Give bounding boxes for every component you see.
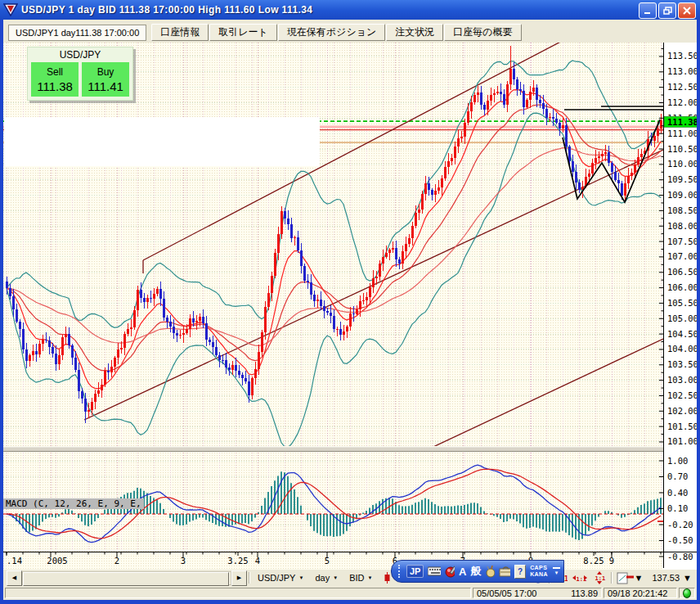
- title-bar[interactable]: USD/JPY 1 day BID 111.38 17:00:00 High 1…: [0, 0, 700, 20]
- ime-conversion-mode[interactable]: 般: [470, 564, 481, 579]
- cursor-readout-cell: 05/05/05 17:00 113.89: [473, 588, 602, 598]
- ime-language-button[interactable]: JP: [406, 565, 424, 578]
- svg-text:1:1: 1:1: [576, 576, 586, 583]
- tab-2[interactable]: 現在保有ポジション: [278, 24, 385, 41]
- sell-button[interactable]: Sell 111.38: [31, 62, 79, 97]
- cursor-datetime: 05/05/05 17:00: [477, 588, 536, 598]
- scroll-left-button[interactable]: ◀: [7, 570, 22, 586]
- svg-text:5: 5: [325, 556, 330, 566]
- symbol-dropdown[interactable]: USD/JPY ▼: [252, 573, 309, 583]
- chevron-down-icon: ▼: [333, 575, 338, 580]
- tab-1[interactable]: 取引レート: [209, 24, 277, 41]
- connection-status-cell: [679, 588, 695, 598]
- cursor-price: 113.89: [571, 588, 598, 598]
- svg-text:105.50: 105.50: [667, 298, 697, 308]
- svg-text:9: 9: [609, 556, 614, 566]
- chart-properties-icon[interactable]: ▼: [614, 572, 646, 584]
- restore-button[interactable]: [658, 2, 676, 19]
- status-bar: 05/05/05 17:00 113.89 09/18 20:21:42: [3, 586, 697, 600]
- svg-text:113.50: 113.50: [667, 51, 697, 61]
- svg-text:103.50: 103.50: [667, 359, 697, 369]
- keyboard-icon[interactable]: [428, 566, 440, 576]
- sell-label: Sell: [47, 66, 63, 78]
- svg-text:112.00: 112.00: [667, 97, 697, 107]
- svg-text:0.70: 0.70: [667, 471, 688, 481]
- ime-minimize-button[interactable]: [553, 567, 560, 569]
- buy-button[interactable]: Buy 111.41: [82, 62, 129, 97]
- interval-dropdown[interactable]: day ▼: [309, 573, 343, 583]
- svg-text:.14: .14: [7, 556, 22, 566]
- symbol-dropdown-value: USD/JPY: [258, 573, 295, 583]
- chart-window-caption[interactable]: USD/JPY1 day111.38 17:00:00: [8, 25, 146, 41]
- svg-text:-0.50: -0.50: [667, 535, 693, 545]
- scrollbar-thumb[interactable]: [23, 572, 229, 586]
- zoom-level-value: 137.53: [652, 573, 680, 583]
- toolbox-icon[interactable]: [499, 566, 510, 577]
- svg-text:-0.80: -0.80: [667, 552, 693, 561]
- svg-text:109.50: 109.50: [667, 174, 697, 184]
- chevron-down-icon: ▼: [298, 575, 303, 580]
- interval-dropdown-value: day: [315, 573, 330, 583]
- quote-pair-label: USD/JPY: [29, 49, 131, 61]
- price-side-dropdown[interactable]: BID ▼: [343, 573, 378, 583]
- toolbar-divider: [611, 572, 612, 584]
- chart-scrollbar[interactable]: [22, 571, 231, 585]
- redaction-rect: [4, 117, 320, 166]
- zoom-vertical-icon[interactable]: 1:1: [590, 571, 609, 584]
- macd-indicator-label[interactable]: MACD (C, 12, 26, E, 9, E,: [3, 498, 144, 509]
- svg-text:1:1: 1:1: [595, 575, 605, 582]
- zoom-level-dropdown[interactable]: 137.53 ▼: [647, 573, 697, 583]
- minimize-button[interactable]: [639, 2, 657, 19]
- zoom-horizontal-icon[interactable]: 1:1: [570, 572, 590, 584]
- window-title: USD/JPY 1 day BID 111.38 17:00:00 High 1…: [21, 4, 312, 16]
- buy-label: Buy: [97, 66, 114, 78]
- close-button[interactable]: [678, 2, 696, 19]
- toolbar-divider: [249, 572, 250, 584]
- svg-text:113.00: 113.00: [667, 66, 697, 76]
- svg-text:0.10: 0.10: [667, 503, 688, 513]
- svg-text:4: 4: [255, 556, 260, 566]
- svg-text:101.00: 101.00: [667, 436, 697, 446]
- svg-text:101.50: 101.50: [667, 421, 697, 431]
- connection-status-icon: [683, 588, 691, 598]
- tab-row: USD/JPY1 day111.38 17:00:00 口座情報取引レート現在保…: [3, 20, 697, 43]
- svg-text:109.00: 109.00: [667, 190, 697, 200]
- ime-tools-icon[interactable]: [485, 566, 495, 578]
- svg-text:3.25: 3.25: [227, 556, 248, 566]
- svg-text:106.00: 106.00: [667, 282, 697, 292]
- ime-pen-icon[interactable]: [445, 566, 455, 578]
- svg-text:0.40: 0.40: [667, 488, 688, 498]
- chart-toolbar: ◀ ▶ USD/JPY ▼ day ▼ BID ▼ ▼: [3, 570, 697, 586]
- clock-cell: 09/18 20:21:42: [604, 588, 677, 598]
- kana-indicator[interactable]: KANA: [530, 571, 548, 578]
- chart-canvas[interactable]: 113.50113.00112.50112.00111.50111.00110.…: [3, 43, 697, 570]
- svg-text:102.50: 102.50: [667, 390, 697, 400]
- status-message-cell: [5, 588, 471, 598]
- ime-options-arrow[interactable]: ▼: [554, 570, 559, 575]
- svg-text:103.00: 103.00: [667, 375, 697, 385]
- scroll-right-button[interactable]: ▶: [231, 570, 247, 586]
- chevron-down-icon: ▼: [683, 573, 692, 583]
- svg-text:8.25: 8.25: [583, 556, 604, 566]
- tab-4[interactable]: 口座毎の概要: [444, 24, 521, 41]
- svg-text:110.00: 110.00: [667, 159, 697, 169]
- caps-indicator[interactable]: CAPS: [530, 565, 548, 571]
- svg-text:1.00: 1.00: [667, 456, 688, 466]
- tab-0[interactable]: 口座情報: [151, 24, 209, 41]
- svg-text:110.50: 110.50: [667, 144, 697, 154]
- ime-language-bar[interactable]: JP A 般 ? CAPS KANA: [391, 560, 564, 583]
- svg-text:112.50: 112.50: [667, 82, 697, 92]
- svg-text:105.00: 105.00: [667, 313, 697, 323]
- sell-price: 111.38: [37, 79, 73, 93]
- ime-input-mode[interactable]: A: [459, 566, 466, 578]
- buy-price: 111.41: [88, 79, 123, 93]
- ime-help-button[interactable]: ?: [514, 565, 526, 579]
- svg-text:108.50: 108.50: [667, 205, 697, 215]
- svg-text:2: 2: [114, 556, 119, 566]
- svg-text:3: 3: [181, 556, 186, 566]
- svg-text:-0.20: -0.20: [667, 520, 693, 530]
- tab-3[interactable]: 注文状況: [386, 24, 443, 41]
- svg-text:107.00: 107.00: [667, 251, 697, 261]
- app-logo-icon: [3, 3, 18, 16]
- ime-drag-handle[interactable]: [398, 565, 402, 578]
